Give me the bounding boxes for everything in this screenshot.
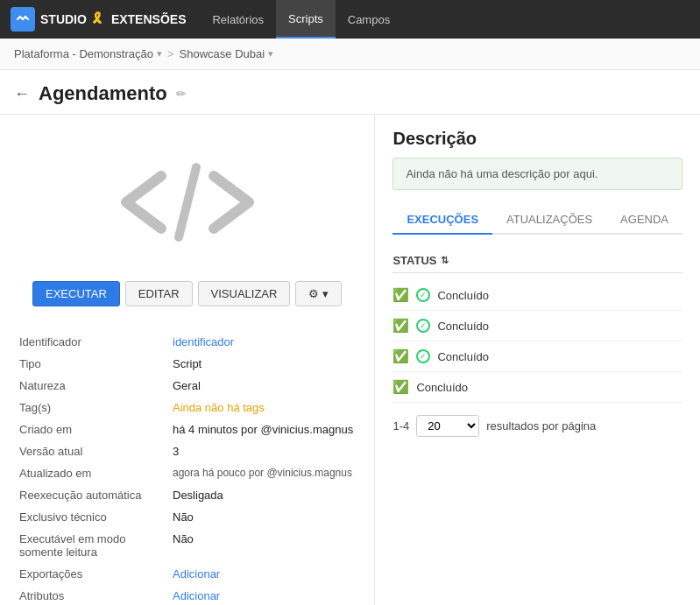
back-button[interactable]: ← — [14, 85, 30, 103]
meta-row-tags: Tag(s) Ainda não há tags — [14, 397, 360, 419]
meta-label: Natureza — [14, 375, 167, 397]
meta-value-natureza: Geral — [167, 375, 360, 397]
breadcrumb: Plataforma - Demonstração ▾ > Showcase D… — [0, 39, 700, 70]
execution-status-4: Concluído — [416, 381, 468, 394]
per-page-label: resultados por página — [486, 419, 596, 433]
breadcrumb-platform[interactable]: Plataforma - Demonstração ▾ — [14, 47, 162, 60]
logo-icon — [11, 7, 35, 32]
gear-icon: ⚙ — [308, 287, 319, 300]
meta-row-executavel: Executável em modo somente leitura Não — [14, 528, 360, 563]
meta-row-versao: Versão atual 3 — [14, 440, 360, 462]
gear-button[interactable]: ⚙ ▾ — [295, 281, 342, 306]
execution-row-1: ✅ ✓ Concluído — [392, 280, 682, 311]
meta-label: Reexecução automática — [14, 484, 167, 506]
execution-status-3: Concluído — [437, 350, 489, 363]
logo-ribbon: 🎗 — [90, 11, 104, 27]
meta-value-reexecucao: Desligada — [167, 484, 360, 506]
meta-row-exportacoes: Exportações Adicionar — [14, 563, 360, 585]
meta-table: Identificador identificador Tipo Script … — [14, 331, 360, 605]
status-header: STATUS ⇅ — [392, 249, 682, 273]
meta-value-atualizado: agora há pouco por @vinicius.magnus — [167, 462, 360, 484]
meta-value-exportacoes[interactable]: Adicionar — [173, 567, 220, 580]
meta-label: Criado em — [14, 419, 167, 440]
execute-button[interactable]: EXECUTAR — [32, 281, 120, 306]
meta-row-atributos: Atributos Adicionar — [14, 585, 360, 605]
execution-status-1: Concluído — [437, 289, 489, 302]
edit-icon[interactable]: ✏ — [176, 87, 187, 101]
code-icon — [109, 150, 266, 255]
status-ok-icon-4: ✅ — [392, 379, 409, 395]
meta-label: Atributos — [14, 585, 167, 605]
meta-label: Versão atual — [14, 440, 167, 462]
status-ok-icon-1: ✅ — [392, 287, 409, 303]
meta-row-reexecucao: Reexecução automática Desligada — [14, 484, 360, 506]
status-circle-2: ✓ — [416, 319, 430, 333]
nav-relatorios[interactable]: Relatórios — [200, 0, 276, 39]
top-nav: STUDIO 🎗 EXTENSÕES Relatórios Scripts Ca… — [0, 0, 700, 39]
description-box: Ainda não há uma descrição por aqui. — [392, 158, 682, 190]
status-ok-icon-3: ✅ — [392, 348, 409, 364]
meta-value-identificador[interactable]: identificador — [173, 335, 234, 348]
action-buttons: EXECUTAR EDITAR VISUALIZAR ⚙ ▾ — [14, 281, 360, 306]
logo-text: STUDIO — [40, 12, 87, 26]
left-panel: EXECUTAR EDITAR VISUALIZAR ⚙ ▾ Identific… — [0, 115, 375, 605]
main-layout: EXECUTAR EDITAR VISUALIZAR ⚙ ▾ Identific… — [0, 115, 700, 605]
meta-label: Tag(s) — [14, 397, 167, 419]
execution-status-2: Concluído — [437, 320, 489, 333]
execution-row-2: ✅ ✓ Concluído — [392, 311, 682, 341]
meta-value-criado: há 4 minutos por @vinicius.magnus — [167, 419, 360, 440]
meta-row-identificador: Identificador identificador — [14, 331, 360, 353]
description-title: Descrição — [392, 129, 682, 149]
meta-row-tipo: Tipo Script — [14, 353, 360, 375]
page-header: ← Agendamento ✏ — [0, 70, 700, 115]
meta-row-atualizado: Atualizado em agora há pouco por @vinici… — [14, 462, 360, 484]
status-ok-icon-2: ✅ — [392, 318, 409, 334]
script-icon-area — [14, 132, 360, 281]
right-panel: Descrição Ainda não há uma descrição por… — [375, 115, 700, 605]
per-page-select[interactable]: 20 50 100 — [416, 415, 479, 437]
meta-value-atributos[interactable]: Adicionar — [173, 589, 220, 602]
meta-value-executavel: Não — [167, 528, 360, 563]
meta-label: Executável em modo somente leitura — [14, 528, 167, 563]
meta-label: Exclusivo técnico — [14, 506, 167, 528]
tab-execucoes[interactable]: EXECUÇÕES — [392, 206, 492, 235]
meta-value-exclusivo: Não — [167, 506, 360, 528]
execution-row-4: ✅ Concluído — [392, 372, 682, 403]
extensions-label: EXTENSÕES — [111, 12, 187, 26]
executions-list: ✅ ✓ Concluído ✅ ✓ Concluído ✅ ✓ Concluíd… — [392, 280, 682, 403]
tab-atualizacoes[interactable]: ATUALIZAÇÕES — [492, 206, 606, 235]
status-circle-3: ✓ — [416, 349, 430, 363]
nav-scripts[interactable]: Scripts — [276, 0, 336, 39]
breadcrumb-separator: > — [167, 47, 174, 60]
chevron-down-icon-2: ▾ — [268, 48, 273, 60]
nav-campos[interactable]: Campos — [336, 0, 402, 39]
description-text: Ainda não há uma descrição por aqui. — [406, 167, 597, 180]
meta-label: Exportações — [14, 563, 167, 585]
page-title: Agendamento — [39, 82, 167, 105]
pagination-range: 1-4 — [392, 419, 409, 433]
visualize-button[interactable]: VISUALIZAR — [198, 281, 291, 306]
meta-label: Atualizado em — [14, 462, 167, 484]
status-circle-1: ✓ — [416, 288, 430, 302]
sort-icon[interactable]: ⇅ — [441, 255, 449, 266]
tabs: EXECUÇÕES ATUALIZAÇÕES AGENDA — [392, 206, 682, 235]
meta-label: Identificador — [14, 331, 167, 353]
pagination-row: 1-4 20 50 100 resultados por página — [392, 415, 682, 437]
meta-value-tags[interactable]: Ainda não há tags — [173, 401, 265, 414]
meta-label: Tipo — [14, 353, 167, 375]
meta-row-criado: Criado em há 4 minutos por @vinicius.mag… — [14, 419, 360, 440]
gear-dropdown-icon: ▾ — [322, 287, 329, 300]
edit-button[interactable]: EDITAR — [125, 281, 193, 306]
tab-agenda[interactable]: AGENDA — [606, 206, 682, 235]
breadcrumb-showcase[interactable]: Showcase Dubai ▾ — [180, 47, 274, 60]
meta-row-exclusivo: Exclusivo técnico Não — [14, 506, 360, 528]
execution-row-3: ✅ ✓ Concluído — [392, 341, 682, 372]
meta-row-natureza: Natureza Geral — [14, 375, 360, 397]
meta-value-versao: 3 — [167, 440, 360, 462]
meta-value-tipo: Script — [167, 353, 360, 375]
logo: STUDIO 🎗 EXTENSÕES — [11, 7, 186, 32]
chevron-down-icon: ▾ — [157, 48, 162, 60]
